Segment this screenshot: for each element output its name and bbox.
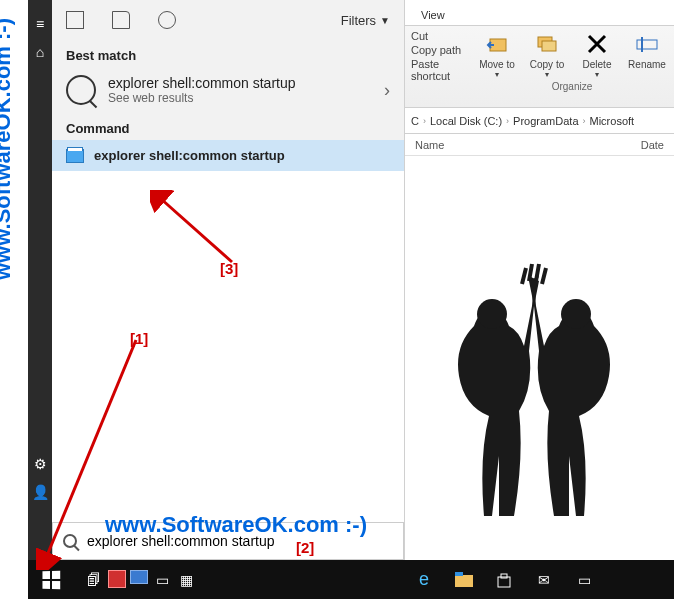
high-five-silhouette <box>405 256 664 536</box>
copy-path-button[interactable]: Copy path <box>411 44 468 56</box>
run-command-icon <box>66 149 84 163</box>
breadcrumb-part[interactable]: Local Disk (C:) <box>430 115 502 127</box>
store-icon[interactable] <box>494 570 514 590</box>
search-panel-top: Filters ▼ <box>52 0 404 40</box>
svg-rect-8 <box>455 572 463 576</box>
delete-label: Delete <box>583 59 612 70</box>
taskbar-app-icon[interactable]: ▭ <box>574 570 594 590</box>
copy-to-label: Copy to <box>530 59 564 70</box>
command-heading: Command <box>52 113 404 140</box>
settings-icon[interactable]: ⚙ <box>34 456 47 472</box>
delete-button[interactable]: Delete ▾ <box>576 30 618 79</box>
watermark-left: www.SoftwareOK.com :-) <box>0 18 16 280</box>
cut-button[interactable]: Cut <box>411 30 468 42</box>
chevron-down-icon: ▼ <box>380 15 390 26</box>
breadcrumb-part[interactable]: C <box>411 115 419 127</box>
menu-icon[interactable]: ≡ <box>36 16 44 32</box>
search-input[interactable] <box>87 533 393 549</box>
svg-point-6 <box>561 299 591 329</box>
search-panel: Filters ▼ Best match explorer shell:comm… <box>52 0 404 560</box>
command-text: explorer shell:common startup <box>94 148 285 163</box>
taskbar-app-icon[interactable]: 🗐 <box>84 570 104 590</box>
chevron-right-icon[interactable]: › <box>384 80 390 101</box>
best-match-subtitle: See web results <box>108 91 372 105</box>
tab-view[interactable]: View <box>411 5 455 25</box>
breadcrumb-part[interactable]: ProgramData <box>513 115 578 127</box>
svg-rect-7 <box>455 575 473 587</box>
start-button[interactable] <box>32 560 70 599</box>
taskbar-app-icon[interactable]: ▭ <box>152 570 172 590</box>
cortana-sidebar: ≡ ⌂ ⚙ 👤 <box>28 0 52 560</box>
chevron-right-icon: › <box>423 116 426 126</box>
column-name[interactable]: Name <box>415 139 641 151</box>
best-match-title: explorer shell:common startup <box>108 75 372 91</box>
move-to-button[interactable]: Move to ▾ <box>476 30 518 79</box>
search-icon <box>66 75 96 105</box>
search-input-wrap[interactable] <box>52 522 404 560</box>
breadcrumb[interactable]: C › Local Disk (C:) › ProgramData › Micr… <box>405 108 674 134</box>
mail-icon[interactable]: ✉ <box>534 570 554 590</box>
column-headers: Name Date <box>405 134 674 156</box>
best-match-item[interactable]: explorer shell:common startup See web re… <box>52 67 404 113</box>
ribbon-clipboard-actions: Cut Copy path Paste shortcut <box>411 30 476 103</box>
rename-button[interactable]: Rename <box>626 30 668 79</box>
svg-rect-2 <box>542 41 556 51</box>
svg-rect-3 <box>637 40 657 49</box>
web-scope-icon[interactable] <box>158 11 176 29</box>
move-to-label: Move to <box>479 59 515 70</box>
rename-label: Rename <box>628 59 666 70</box>
taskbar-app-icon[interactable] <box>108 570 126 588</box>
ribbon: Cut Copy path Paste shortcut Move to ▾ C… <box>405 26 674 108</box>
paste-shortcut-button[interactable]: Paste shortcut <box>411 58 468 82</box>
command-item[interactable]: explorer shell:common startup <box>52 140 404 171</box>
chevron-right-icon: › <box>506 116 509 126</box>
windows-logo-icon <box>42 570 60 589</box>
file-explorer: View Cut Copy path Paste shortcut Move t… <box>404 0 674 560</box>
move-to-icon <box>483 30 511 58</box>
documents-scope-icon[interactable] <box>112 11 130 29</box>
apps-scope-icon[interactable] <box>66 11 84 29</box>
rename-icon <box>633 30 661 58</box>
best-match-heading: Best match <box>52 40 404 67</box>
file-list <box>405 156 674 556</box>
home-icon[interactable]: ⌂ <box>36 44 44 60</box>
copy-to-button[interactable]: Copy to ▾ <box>526 30 568 79</box>
edge-icon[interactable]: e <box>414 570 434 590</box>
taskbar: 🗐 ▭ ▦ e ✉ ▭ <box>28 560 674 599</box>
search-icon <box>63 534 77 548</box>
copy-to-icon <box>533 30 561 58</box>
ribbon-tabs: View <box>405 0 674 26</box>
delete-icon <box>583 30 611 58</box>
breadcrumb-part[interactable]: Microsoft <box>590 115 635 127</box>
filters-label: Filters <box>341 13 376 28</box>
column-date[interactable]: Date <box>641 139 664 151</box>
feedback-icon[interactable]: 👤 <box>32 484 49 500</box>
taskbar-app-icon[interactable]: ▦ <box>176 570 196 590</box>
taskbar-app-icon[interactable] <box>130 570 148 584</box>
filters-dropdown[interactable]: Filters ▼ <box>341 13 390 28</box>
svg-point-5 <box>477 299 507 329</box>
chevron-right-icon: › <box>583 116 586 126</box>
file-explorer-icon[interactable] <box>454 570 474 590</box>
ribbon-group-organize: Organize <box>552 81 593 92</box>
search-results-body <box>52 171 404 522</box>
